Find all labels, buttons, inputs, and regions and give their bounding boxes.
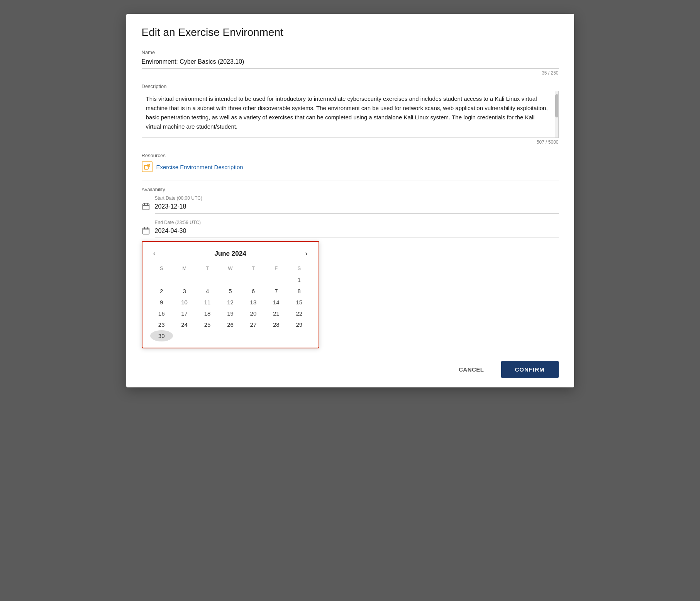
calendar-day[interactable]: 29 bbox=[288, 319, 310, 330]
calendar-day[interactable]: 18 bbox=[196, 308, 219, 319]
calendar-day[interactable]: 2 bbox=[150, 285, 173, 297]
calendar-day[interactable]: 7 bbox=[265, 285, 288, 297]
weekday-thu: T bbox=[242, 264, 264, 274]
dialog-footer: CANCEL CONFIRM bbox=[142, 361, 559, 378]
calendar-week-row: 2345678 bbox=[150, 285, 311, 297]
calendar-day[interactable]: 15 bbox=[288, 297, 310, 308]
calendar-day[interactable]: 8 bbox=[288, 285, 310, 297]
end-date-field: End Date (23:59 UTC) 2024-04-30 bbox=[142, 220, 559, 238]
calendar-empty-day bbox=[196, 274, 219, 285]
scrollbar-thumb[interactable] bbox=[555, 94, 558, 117]
calendar-week-row: 1 bbox=[150, 274, 311, 285]
calendar-day[interactable]: 23 bbox=[150, 319, 173, 330]
availability-label: Availability bbox=[142, 187, 559, 192]
calendar-body: 1234567891011121314151617181920212223242… bbox=[150, 274, 311, 341]
weekday-tue: T bbox=[196, 264, 219, 274]
weekday-fri: F bbox=[265, 264, 288, 274]
end-date-value[interactable]: 2024-04-30 bbox=[155, 226, 559, 238]
calendar-week-row: 30 bbox=[150, 330, 311, 341]
calendar-month-title: June 2024 bbox=[214, 250, 246, 258]
calendar-day[interactable]: 21 bbox=[265, 308, 288, 319]
resources-section: Resources Exercise Environment Descripti… bbox=[142, 153, 559, 172]
calendar-popup: ‹ June 2024 › S M T W T F S bbox=[142, 241, 319, 348]
calendar-empty-day bbox=[265, 330, 288, 341]
edit-dialog: Edit an Exercise Environment Name Enviro… bbox=[126, 14, 574, 387]
calendar-day[interactable]: 13 bbox=[242, 297, 264, 308]
confirm-button[interactable]: CONFIRM bbox=[501, 361, 559, 378]
start-date-field: Start Date (00:00 UTC) 2023-12-18 bbox=[142, 195, 559, 214]
resources-link[interactable]: Exercise Environment Description bbox=[142, 161, 559, 172]
calendar-weekday-row: S M T W T F S bbox=[150, 264, 311, 274]
calendar-day[interactable]: 16 bbox=[150, 308, 173, 319]
description-char-count: 507 / 5000 bbox=[142, 139, 559, 145]
calendar-day[interactable]: 24 bbox=[173, 319, 196, 330]
start-date-value[interactable]: 2023-12-18 bbox=[155, 202, 559, 214]
svg-rect-2 bbox=[142, 228, 149, 234]
calendar-empty-day bbox=[242, 330, 264, 341]
calendar-day[interactable]: 3 bbox=[173, 285, 196, 297]
calendar-wrapper: ‹ June 2024 › S M T W T F S bbox=[142, 241, 559, 348]
calendar-empty-day bbox=[265, 274, 288, 285]
start-calendar-icon bbox=[142, 202, 150, 213]
divider bbox=[142, 180, 559, 180]
weekday-sat: S bbox=[288, 264, 310, 274]
dialog-title: Edit an Exercise Environment bbox=[142, 26, 559, 39]
calendar-day[interactable]: 1 bbox=[288, 274, 310, 285]
start-date-label: Start Date (00:00 UTC) bbox=[155, 195, 559, 201]
cancel-button[interactable]: CANCEL bbox=[448, 362, 495, 377]
calendar-week-row: 16171819202122 bbox=[150, 308, 311, 319]
weekday-sun: S bbox=[150, 264, 173, 274]
calendar-empty-day bbox=[219, 274, 242, 285]
end-calendar-icon bbox=[142, 227, 150, 237]
calendar-day[interactable]: 9 bbox=[150, 297, 173, 308]
calendar-day[interactable]: 12 bbox=[219, 297, 242, 308]
scrollbar-track[interactable] bbox=[555, 91, 558, 138]
calendar-week-row: 23242526272829 bbox=[150, 319, 311, 330]
calendar-day[interactable]: 30 bbox=[150, 330, 173, 341]
calendar-empty-day bbox=[173, 330, 196, 341]
calendar-day[interactable]: 20 bbox=[242, 308, 264, 319]
calendar-day[interactable]: 10 bbox=[173, 297, 196, 308]
end-date-group: End Date (23:59 UTC) 2024-04-30 bbox=[155, 220, 559, 238]
description-container[interactable]: This virtual environment is intended to … bbox=[142, 91, 559, 138]
weekday-mon: M bbox=[173, 264, 196, 274]
calendar-empty-day bbox=[288, 330, 310, 341]
calendar-empty-day bbox=[219, 330, 242, 341]
resources-link-text[interactable]: Exercise Environment Description bbox=[156, 164, 243, 170]
availability-section: Availability Start Date (00:00 UTC) 2023… bbox=[142, 187, 559, 348]
calendar-day[interactable]: 6 bbox=[242, 285, 264, 297]
calendar-day[interactable]: 19 bbox=[219, 308, 242, 319]
calendar-day[interactable]: 22 bbox=[288, 308, 310, 319]
svg-rect-1 bbox=[142, 204, 149, 210]
external-link-icon bbox=[142, 161, 153, 172]
calendar-empty-day bbox=[173, 274, 196, 285]
calendar-grid: S M T W T F S 12345678910111213141516171… bbox=[150, 264, 311, 341]
name-label: Name bbox=[142, 49, 559, 55]
calendar-day[interactable]: 14 bbox=[265, 297, 288, 308]
description-label: Description bbox=[142, 83, 559, 89]
description-section: Description This virtual environment is … bbox=[142, 83, 559, 145]
calendar-day[interactable]: 5 bbox=[219, 285, 242, 297]
calendar-day[interactable]: 27 bbox=[242, 319, 264, 330]
calendar-header: ‹ June 2024 › bbox=[150, 248, 311, 259]
calendar-empty-day bbox=[242, 274, 264, 285]
resources-label: Resources bbox=[142, 153, 559, 158]
calendar-day[interactable]: 25 bbox=[196, 319, 219, 330]
calendar-day[interactable]: 4 bbox=[196, 285, 219, 297]
weekday-wed: W bbox=[219, 264, 242, 274]
end-date-label: End Date (23:59 UTC) bbox=[155, 220, 559, 225]
calendar-day[interactable]: 17 bbox=[173, 308, 196, 319]
start-date-group: Start Date (00:00 UTC) 2023-12-18 bbox=[155, 195, 559, 214]
calendar-empty-day bbox=[196, 330, 219, 341]
calendar-next-button[interactable]: › bbox=[302, 248, 310, 259]
calendar-week-row: 9101112131415 bbox=[150, 297, 311, 308]
calendar-prev-button[interactable]: ‹ bbox=[150, 248, 159, 259]
name-value[interactable]: Environment: Cyber Basics (2023.10) bbox=[142, 57, 559, 69]
name-char-count: 35 / 250 bbox=[142, 70, 559, 76]
description-text: This virtual environment is intended to … bbox=[146, 94, 551, 131]
calendar-day[interactable]: 28 bbox=[265, 319, 288, 330]
name-section: Name Environment: Cyber Basics (2023.10)… bbox=[142, 49, 559, 76]
calendar-empty-day bbox=[150, 274, 173, 285]
calendar-day[interactable]: 11 bbox=[196, 297, 219, 308]
calendar-day[interactable]: 26 bbox=[219, 319, 242, 330]
